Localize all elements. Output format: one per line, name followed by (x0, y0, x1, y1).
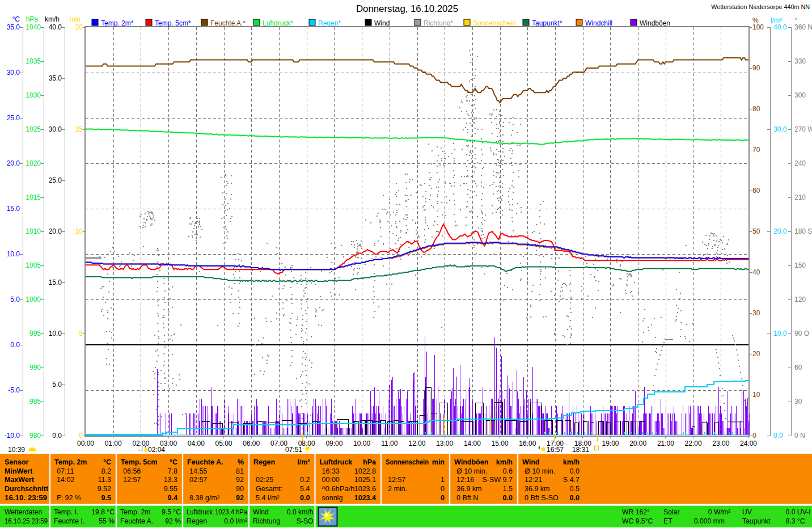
svg-text:30.0: 30.0 (49, 125, 62, 133)
svg-text:0.0: 0.0 (570, 467, 580, 475)
svg-text:20: 20 (752, 350, 760, 358)
svg-text:°: ° (794, 16, 797, 24)
svg-text:270 W: 270 W (794, 125, 812, 133)
svg-text:0.000 mm: 0.000 mm (694, 517, 725, 525)
svg-text:9.5: 9.5 (102, 494, 111, 502)
svg-text:0: 0 (752, 432, 756, 440)
svg-text:km/h: km/h (496, 458, 513, 466)
svg-text:UV: UV (742, 508, 752, 516)
svg-text:%: % (238, 458, 244, 466)
svg-text:90: 90 (752, 64, 760, 72)
svg-text:990: 990 (29, 364, 41, 371)
svg-text:16:33: 16:33 (322, 467, 340, 475)
svg-text:70: 70 (752, 146, 760, 154)
svg-text:60: 60 (752, 187, 760, 195)
svg-text:MinWert: MinWert (5, 467, 33, 475)
svg-text:1023.4: 1023.4 (354, 494, 376, 502)
svg-text:01:00: 01:00 (105, 440, 122, 447)
svg-text:120: 120 (794, 295, 806, 303)
svg-text:7.8: 7.8 (168, 467, 177, 475)
svg-text:Wind: Wind (522, 458, 539, 466)
svg-text:Durchschnitt: Durchschnitt (5, 485, 49, 493)
svg-text:23:00: 23:00 (712, 440, 729, 447)
svg-text:min: min (70, 15, 81, 23)
svg-text:20:00: 20:00 (629, 440, 646, 447)
svg-text:9.55: 9.55 (164, 485, 177, 493)
svg-text:0.0: 0.0 (503, 494, 513, 502)
svg-text:S 4.7: S 4.7 (563, 476, 580, 484)
svg-text:90: 90 (236, 485, 244, 493)
svg-text:Feuchte A.: Feuchte A. (187, 458, 223, 466)
svg-text:km/h: km/h (563, 458, 580, 466)
svg-text:985: 985 (29, 398, 41, 405)
svg-text:11.3: 11.3 (98, 476, 111, 484)
svg-text:Richtung*: Richtung* (424, 19, 453, 27)
svg-text:8.3 °C: 8.3 °C (786, 517, 805, 525)
svg-text:Luftdruck: Luftdruck (187, 508, 213, 516)
svg-text:l/m²: l/m² (297, 458, 310, 466)
svg-text:12:57: 12:57 (388, 476, 405, 484)
svg-text:Regen: Regen (187, 517, 207, 525)
svg-text:0.0: 0.0 (300, 494, 310, 502)
svg-text:0.2: 0.2 (300, 476, 310, 484)
svg-text:1000: 1000 (26, 295, 41, 303)
svg-text:sonnig: sonnig (322, 494, 343, 502)
svg-text:10:39: 10:39 (8, 446, 25, 454)
svg-text:^0.6hPa/h: ^0.6hPa/h (322, 485, 355, 493)
svg-text:12:16: 12:16 (456, 476, 474, 484)
svg-text:0.0: 0.0 (52, 432, 62, 440)
svg-text:F: 92 %: F: 92 % (57, 494, 81, 502)
svg-text:°C: °C (170, 458, 177, 466)
svg-text:1035: 1035 (26, 57, 41, 65)
svg-text:40.0: 40.0 (773, 23, 787, 31)
svg-text:Regen: Regen (253, 458, 275, 466)
svg-text:km/h: km/h (45, 15, 60, 23)
svg-text:5.4 l/m²: 5.4 l/m² (256, 494, 280, 502)
svg-text:02:25: 02:25 (256, 476, 273, 484)
svg-text:2 min.: 2 min. (388, 485, 407, 493)
svg-text:35.0: 35.0 (49, 74, 62, 82)
svg-text:10.0: 10.0 (49, 330, 62, 337)
svg-text:0.6: 0.6 (503, 467, 513, 475)
svg-text:Feuchte I.: Feuchte I. (54, 517, 84, 525)
svg-text:0: 0 (441, 494, 445, 502)
svg-text:9.5 °C: 9.5 °C (162, 508, 181, 516)
svg-text:0 N: 0 N (794, 432, 805, 440)
svg-text:Sonnenschein: Sonnenschein (386, 458, 429, 466)
svg-text:14:00: 14:00 (464, 440, 481, 447)
svg-text:0 W/m²: 0 W/m² (708, 508, 730, 516)
svg-text:30.0: 30.0 (7, 69, 20, 77)
svg-text:0.0: 0.0 (570, 494, 580, 502)
svg-text:15:00: 15:00 (492, 440, 509, 447)
svg-text:hPa: hPa (363, 458, 377, 466)
svg-text:Temp. 2m: Temp. 2m (120, 508, 151, 516)
svg-text:S-SO: S-SO (297, 517, 314, 525)
svg-text:5.4: 5.4 (300, 485, 310, 493)
svg-text:90 O: 90 O (794, 330, 809, 337)
svg-text:0.0 UV-I: 0.0 UV-I (786, 508, 811, 516)
svg-text:05:00: 05:00 (215, 440, 232, 447)
svg-text:15: 15 (75, 125, 83, 133)
svg-text:13.3: 13.3 (164, 476, 177, 484)
svg-text:Richtung: Richtung (253, 517, 280, 525)
svg-text:1030: 1030 (26, 91, 41, 99)
svg-text:10:00: 10:00 (353, 440, 370, 447)
svg-text:Temp. 2m*: Temp. 2m* (101, 19, 134, 27)
svg-text:Feuchte A.*: Feuchte A.* (210, 19, 246, 27)
svg-text:1010: 1010 (26, 227, 41, 235)
svg-text:°C: °C (103, 458, 111, 466)
svg-text:Wind: Wind (253, 508, 269, 516)
svg-text:0: 0 (79, 432, 83, 440)
svg-text:980: 980 (29, 432, 41, 440)
svg-text:04:00: 04:00 (188, 440, 205, 447)
svg-text:02:04: 02:04 (148, 446, 165, 454)
svg-text:19:00: 19:00 (602, 440, 619, 447)
svg-text:1023.6: 1023.6 (354, 485, 376, 493)
svg-text:12:21: 12:21 (525, 476, 542, 484)
svg-text:40.0: 40.0 (49, 23, 62, 31)
svg-text:1040: 1040 (26, 23, 41, 31)
svg-text:Windböen: Windböen (640, 19, 670, 27)
svg-text:80: 80 (752, 105, 760, 113)
svg-text:25.0: 25.0 (7, 114, 20, 122)
svg-text:55 %: 55 % (99, 517, 115, 525)
